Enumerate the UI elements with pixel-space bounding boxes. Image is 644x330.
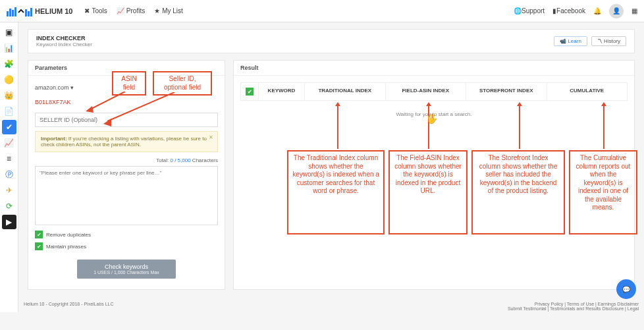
side-ic-5[interactable]: 👑 [2,88,16,103]
support-label: Support [522,7,545,14]
page-title: INDEX CHECKER [36,35,92,41]
brand-text: HELIUM 10 [35,7,72,15]
footer: Helium 10 - Copyright 2018 - PixelLabs L… [24,302,639,311]
side-ic-12[interactable]: ⟳ [2,199,16,213]
keywords-textarea[interactable] [35,166,218,225]
side-ic-11[interactable]: ✈ [2,183,16,198]
char-total: Total: 0 / 5,000 Characters [35,157,218,163]
top-menu: ✖Tools 📈Profits ★My List [84,7,182,14]
menu-tools[interactable]: ✖Tools [84,7,107,14]
learn-button[interactable]: 📹 Learn [554,36,587,46]
check-keywords-button[interactable]: Check keywords1 USES / 1,000 Characters … [77,260,176,279]
menu-tools-label: Tools [92,7,107,14]
globe-icon: 🌐 [514,7,522,14]
maintain-phrases-check[interactable]: ✔Maintain phrases [35,242,218,250]
asin-input[interactable] [35,96,218,109]
arrow-icon [603,105,604,149]
side-ic-10[interactable]: Ⓟ [2,167,16,182]
annot-cumulative: The Cumulative column reports out when t… [569,150,637,234]
footer-left: Helium 10 - Copyright 2018 - PixelLabs L… [24,302,114,311]
side-ic-1[interactable]: ▣ [2,25,16,40]
facebook-label: Facebook [556,7,585,14]
menu-profits-label: Profits [126,7,145,14]
annot-seller: Seller ID, optional field [153,71,212,96]
svg-rect-6 [30,8,32,16]
select-all-check[interactable]: ✔ [241,83,258,100]
star-icon: ★ [154,7,160,14]
side-ic-4[interactable]: 🟡 [2,72,16,87]
svg-rect-5 [28,11,30,16]
side-ic-index-checker[interactable]: ✔ [2,120,16,134]
side-ic-8[interactable]: 📈 [2,136,16,150]
col-cumulative: CUMULATIVE [547,83,628,100]
remove-duplicates-check[interactable]: ✔Remove duplicates [35,231,218,238]
bell-icon[interactable]: 🔔 [593,7,601,14]
waiting-text: Waiting for you to start a search. [234,107,634,124]
result-title: Result [234,61,634,76]
close-note-icon[interactable]: ✕ [209,134,213,140]
side-ic-2[interactable]: 📊 [2,41,16,55]
top-bar: HELIUM 10 ✖Tools 📈Profits ★My List 🌐Supp… [0,0,644,22]
profits-icon: 📈 [117,7,124,14]
arrow-icon [337,105,338,149]
chat-icon: 💬 [622,286,630,293]
page-header: INDEX CHECKER Keyword Index Checker 📹 Le… [28,29,635,53]
arrow-icon [519,105,520,149]
user-icon: 👤 [612,7,620,14]
col-keyword: KEYWORD [258,83,304,100]
facebook-link[interactable]: ▮Facebook [552,7,585,14]
important-note: Important: If you're checking a listing … [35,131,218,152]
annot-field-asin: The Field-ASIN Index column shows whethe… [389,150,468,234]
check-icon: ✔ [35,242,43,250]
arrow-icon [428,105,429,149]
brand-logo[interactable]: HELIUM 10 [7,5,72,18]
page-subtitle: Keyword Index Checker [36,41,92,47]
svg-rect-4 [25,9,27,16]
apps-icon[interactable]: ▦ [631,7,637,14]
chat-bubble-button[interactable]: 💬 [616,279,636,299]
side-ic-3[interactable]: 🧩 [2,57,16,71]
menu-mylist[interactable]: ★My List [154,7,183,14]
annot-traditional: The Traditional Index column shows wheth… [287,150,385,234]
side-ic-6[interactable]: 📄 [2,104,16,119]
side-ic-9[interactable]: ≡ [2,151,16,166]
seller-id-input[interactable] [35,113,218,127]
side-ic-13[interactable]: ▶ [2,215,16,229]
top-right: 🌐Support ▮Facebook 🔔 👤 ▦ [514,4,637,18]
avatar[interactable]: 👤 [609,4,624,18]
result-header-row: ✔ KEYWORD TRADITIONAL INDEX FIELD-ASIN I… [240,82,628,101]
svg-rect-0 [7,11,9,16]
col-traditional: TRADITIONAL INDEX [304,83,385,100]
col-field-asin: FIELD-ASIN INDEX [385,83,466,100]
annot-storefront: The Storefront Index column shows whethe… [471,150,565,234]
tools-icon: ✖ [84,7,90,14]
history-button[interactable]: 〽 History [591,36,626,46]
menu-profits[interactable]: 📈Profits [117,7,145,14]
svg-rect-2 [12,10,14,16]
svg-rect-1 [9,9,11,16]
check-icon: ✔ [35,231,43,238]
annot-asin: ASIN field [112,71,146,96]
svg-rect-3 [14,7,16,16]
col-storefront: STOREFRONT INDEX [466,83,547,100]
footer-right: Privacy Policy | Terms of Use | Earnings… [508,302,639,311]
support-link[interactable]: 🌐Support [514,7,545,14]
menu-mylist-label: My List [162,7,183,14]
sidebar: ▣ 📊 🧩 🟡 👑 📄 ✔ 📈 ≡ Ⓟ ✈ ⟳ ▶ [0,22,18,312]
